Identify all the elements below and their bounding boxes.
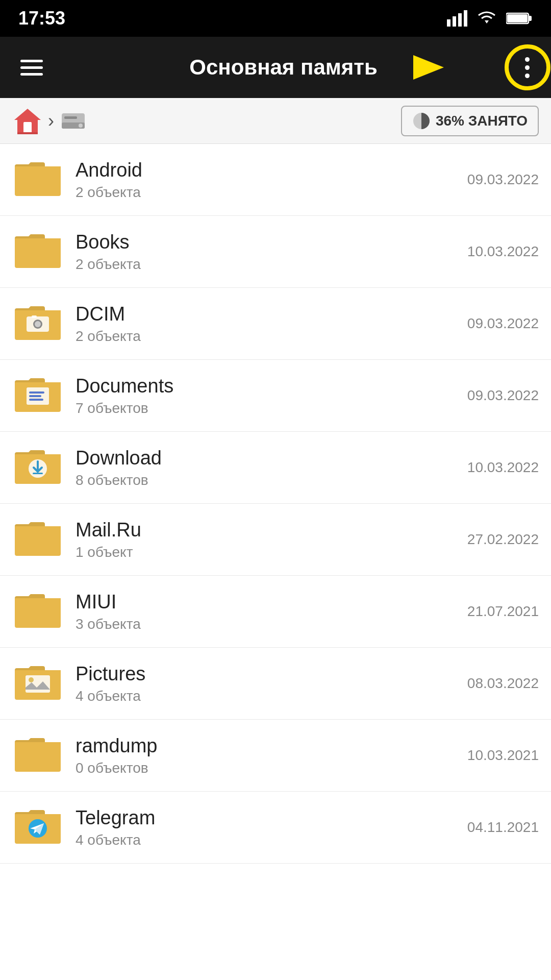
dot2 (525, 65, 530, 70)
file-info: ramdump 0 объектов (76, 735, 467, 776)
folder-date: 27.02.2022 (467, 531, 539, 548)
folder-icon (12, 154, 63, 205)
svg-rect-19 (32, 315, 37, 318)
file-info: Telegram 4 объекта (76, 807, 467, 848)
svg-rect-1 (453, 16, 456, 27)
folder-date: 04.11.2021 (467, 819, 539, 836)
svg-point-13 (79, 124, 83, 128)
folder-name: Android (76, 159, 467, 181)
folder-item[interactable]: Android 2 объекта 09.03.2022 (0, 144, 551, 216)
folder-meta: 0 объектов (76, 760, 467, 776)
top-bar-actions (519, 53, 536, 82)
folder-item[interactable]: Telegram 4 объекта 04.11.2021 (0, 792, 551, 864)
folder-meta: 2 объекта (76, 328, 467, 345)
folder-meta: 8 объектов (76, 472, 467, 488)
folder-name: Documents (76, 375, 467, 397)
svg-rect-26 (26, 675, 50, 693)
svg-rect-25 (33, 473, 43, 474)
svg-rect-10 (17, 132, 38, 134)
svg-point-27 (29, 677, 34, 682)
file-info: Pictures 4 объекта (76, 663, 467, 704)
status-bar: 17:53 (0, 0, 551, 37)
svg-rect-23 (29, 399, 43, 401)
storage-percent-label: 36% ЗАНЯТО (436, 113, 528, 129)
wifi-icon (477, 10, 497, 27)
folder-item[interactable]: MIUI 3 объекта 21.07.2021 (0, 576, 551, 648)
folder-meta: 4 объекта (76, 832, 467, 848)
more-menu-wrapper (519, 53, 536, 82)
file-info: DCIM 2 объекта (76, 303, 467, 345)
folder-icon (12, 370, 63, 421)
folder-meta: 2 объекта (76, 256, 467, 273)
folder-icon (12, 514, 63, 565)
folder-item[interactable]: Documents 7 объектов 09.03.2022 (0, 360, 551, 432)
breadcrumb-bar: › 36% ЗАНЯТО (0, 98, 551, 144)
folder-name: Pictures (76, 663, 467, 685)
folder-date: 10.03.2022 (467, 243, 539, 260)
home-svg (12, 107, 43, 135)
folder-icon (12, 298, 63, 349)
home-icon[interactable] (12, 107, 43, 135)
file-info: Books 2 объекта (76, 231, 467, 273)
folder-name: ramdump (76, 735, 467, 757)
folder-date: 09.03.2022 (467, 315, 539, 332)
folder-item[interactable]: Books 2 объекта 10.03.2022 (0, 216, 551, 288)
svg-rect-3 (464, 10, 467, 27)
folder-icon (12, 442, 63, 493)
folder-icon (12, 658, 63, 709)
folder-date: 09.03.2022 (467, 172, 539, 188)
folder-item[interactable]: ramdump 0 объектов 10.03.2021 (0, 720, 551, 792)
folder-name: Download (76, 447, 467, 469)
status-icons (447, 10, 533, 27)
folder-icon (12, 802, 63, 853)
folder-meta: 1 объект (76, 544, 467, 560)
folder-date: 09.03.2022 (467, 387, 539, 404)
storage-badge: 36% ЗАНЯТО (401, 106, 539, 136)
svg-marker-7 (14, 109, 41, 120)
folder-meta: 7 объектов (76, 400, 467, 416)
file-info: Download 8 объектов (76, 447, 467, 488)
folder-date: 10.03.2021 (467, 747, 539, 764)
folder-date: 10.03.2022 (467, 459, 539, 476)
folder-name: Telegram (76, 807, 467, 829)
folder-meta: 2 объекта (76, 184, 467, 201)
folder-item[interactable]: Download 8 объектов 10.03.2022 (0, 432, 551, 504)
folder-name: Mail.Ru (76, 519, 467, 541)
file-list: Android 2 объекта 09.03.2022 Books 2 объ… (0, 144, 551, 864)
drive-svg (59, 108, 87, 134)
folder-icon (12, 730, 63, 781)
breadcrumb-path: › (12, 107, 87, 135)
dot3 (525, 74, 530, 78)
folder-meta: 3 объекта (76, 616, 467, 632)
svg-rect-2 (458, 13, 462, 27)
folder-item[interactable]: DCIM 2 объекта 09.03.2022 (0, 288, 551, 360)
pie-chart-icon (412, 112, 431, 130)
folder-item[interactable]: Mail.Ru 1 объект 27.02.2022 (0, 504, 551, 576)
arrow-annotation (413, 55, 474, 80)
folder-icon (12, 226, 63, 277)
battery-icon (506, 11, 533, 26)
dot1 (525, 57, 530, 62)
more-options-button[interactable] (519, 53, 536, 82)
folder-name: DCIM (76, 303, 467, 325)
svg-rect-6 (507, 14, 528, 22)
folder-meta: 4 объекта (76, 688, 467, 704)
signal-icon (447, 10, 467, 27)
folder-item[interactable]: Pictures 4 объекта 08.03.2022 (0, 648, 551, 720)
top-bar: Основная память (0, 37, 551, 98)
breadcrumb-separator: › (48, 110, 54, 132)
file-info: Android 2 объекта (76, 159, 467, 201)
folder-icon (12, 586, 63, 637)
svg-point-18 (35, 321, 41, 327)
svg-rect-22 (29, 395, 41, 397)
storage-drive-icon[interactable] (59, 108, 87, 134)
file-info: MIUI 3 объекта (76, 591, 467, 632)
file-info: Mail.Ru 1 объект (76, 519, 467, 560)
folder-name: MIUI (76, 591, 467, 613)
yellow-arrow-icon (413, 55, 474, 80)
hamburger-button[interactable] (15, 55, 48, 81)
svg-rect-9 (23, 122, 32, 133)
file-info: Documents 7 объектов (76, 375, 467, 416)
folder-name: Books (76, 231, 467, 253)
svg-rect-21 (29, 391, 44, 394)
